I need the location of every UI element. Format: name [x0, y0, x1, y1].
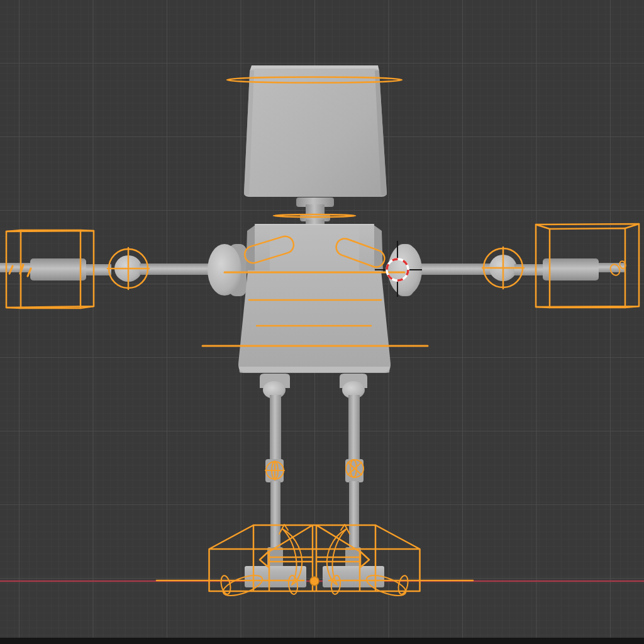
left-shoulder[interactable]: [208, 244, 247, 296]
chest[interactable]: [246, 224, 383, 272]
root-dot[interactable]: [310, 577, 319, 586]
lower-torso[interactable]: [238, 270, 391, 373]
head[interactable]: [244, 65, 387, 197]
left-knee-gizmo[interactable]: [265, 461, 284, 480]
bottom-edge-bar: [0, 638, 644, 644]
viewport-3d[interactable]: [0, 0, 644, 644]
